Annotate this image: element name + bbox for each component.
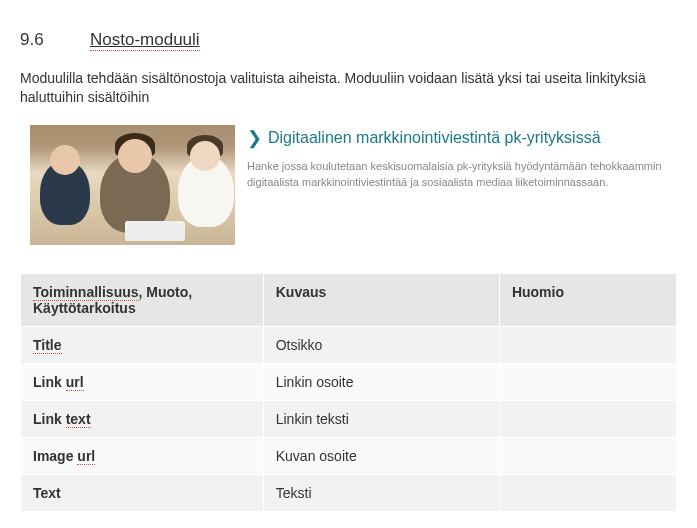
field-desc: Linkin teksti <box>263 400 499 437</box>
field-desc: Otsikko <box>263 326 499 363</box>
field-name: Image url <box>21 437 264 474</box>
table-row: Title Otsikko <box>21 326 677 363</box>
field-note <box>499 400 676 437</box>
section-heading: 9.6 Nosto-moduuli <box>20 30 677 51</box>
field-note <box>499 437 676 474</box>
table-header-row: Toiminnallisuus, Muoto, Käyttötarkoitus … <box>21 273 677 326</box>
example-text-block: ❯ Digitaalinen markkinointiviestintä pk-… <box>247 125 667 245</box>
field-note <box>499 474 676 511</box>
field-name: Text <box>21 474 264 511</box>
chevron-right-icon: ❯ <box>247 127 262 149</box>
table-row: Text Teksti <box>21 474 677 511</box>
table-row: Image url Kuvan osoite <box>21 437 677 474</box>
field-desc: Kuvan osoite <box>263 437 499 474</box>
table-header-functionality: Toiminnallisuus, Muoto, Käyttötarkoitus <box>21 273 264 326</box>
example-description: Hanke jossa koulutetaan keskisuomalaisia… <box>247 159 667 191</box>
field-desc: Teksti <box>263 474 499 511</box>
example-link-text: Digitaalinen markkinointiviestintä pk-yr… <box>268 129 601 147</box>
example-image <box>30 125 235 245</box>
table-header-note: Huomio <box>499 273 676 326</box>
example-card: ❯ Digitaalinen markkinointiviestintä pk-… <box>20 125 677 245</box>
table-row: Link url Linkin osoite <box>21 363 677 400</box>
field-name: Title <box>21 326 264 363</box>
heading-title: Nosto-moduuli <box>90 30 200 51</box>
example-link[interactable]: ❯ Digitaalinen markkinointiviestintä pk-… <box>247 127 667 149</box>
table-row: Link text Linkin teksti <box>21 400 677 437</box>
properties-table: Toiminnallisuus, Muoto, Käyttötarkoitus … <box>20 273 677 512</box>
field-name: Link text <box>21 400 264 437</box>
heading-number: 9.6 <box>20 30 90 50</box>
field-desc: Linkin osoite <box>263 363 499 400</box>
field-name: Link url <box>21 363 264 400</box>
intro-paragraph: Moduulilla tehdään sisältönostoja valitu… <box>20 69 677 107</box>
table-header-description: Kuvaus <box>263 273 499 326</box>
field-note <box>499 363 676 400</box>
field-note <box>499 326 676 363</box>
